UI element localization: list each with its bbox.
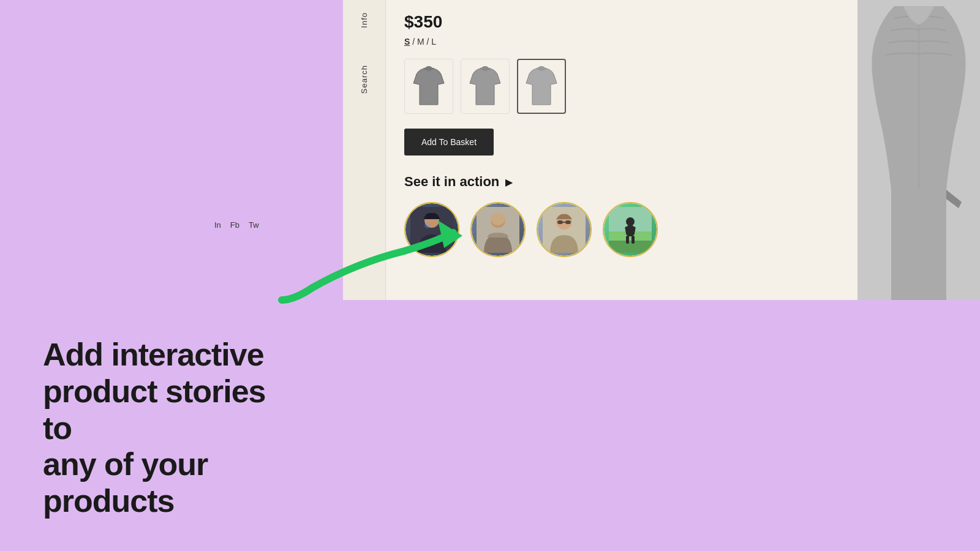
thumb-1[interactable] xyxy=(404,59,453,114)
social-in[interactable]: In xyxy=(214,220,221,230)
svg-point-0 xyxy=(425,66,432,71)
jacket-display xyxy=(858,0,980,300)
thumb-img-1 xyxy=(405,59,453,113)
svg-rect-20 xyxy=(626,236,629,244)
green-arrow xyxy=(233,202,466,315)
headline: Add interactive product stories to any o… xyxy=(43,337,300,520)
sidebar-info[interactable]: Info xyxy=(360,12,369,28)
page-wrapper: Info Search $350 S / M / L xyxy=(0,0,980,551)
size-s[interactable]: S xyxy=(404,37,410,47)
svg-point-2 xyxy=(538,66,545,71)
story-circle-3[interactable] xyxy=(537,202,592,257)
story-circle-4[interactable] xyxy=(603,202,658,257)
headline-line1: Add interactive xyxy=(43,337,264,372)
size-separator: / xyxy=(412,37,417,47)
svg-rect-11 xyxy=(565,220,571,224)
play-icon: ▶ xyxy=(505,176,513,188)
thumb-img-2 xyxy=(461,59,509,113)
svg-rect-21 xyxy=(631,236,635,244)
sidebar-search[interactable]: Search xyxy=(360,65,369,94)
thumb-3[interactable] xyxy=(517,59,566,114)
svg-rect-14 xyxy=(609,241,652,253)
svg-point-16 xyxy=(626,217,635,226)
thumb-2[interactable] xyxy=(461,59,510,114)
svg-rect-10 xyxy=(557,220,563,224)
size-m[interactable]: M xyxy=(417,37,424,47)
bottom-text: Add interactive product stories to any o… xyxy=(0,300,343,551)
thumb-img-3 xyxy=(518,60,565,113)
headline-line3: any of your products xyxy=(43,446,208,519)
size-l[interactable]: L xyxy=(431,37,436,47)
headline-line2: product stories to xyxy=(43,373,266,446)
story-circle-2[interactable] xyxy=(470,202,526,257)
svg-point-1 xyxy=(481,66,489,71)
story-circle-inner-2 xyxy=(472,203,524,256)
story-circle-inner-3 xyxy=(538,203,590,256)
story-circle-inner-4 xyxy=(604,203,657,256)
see-in-action-text: See it in action xyxy=(404,174,499,190)
add-to-basket-button[interactable]: Add To Basket xyxy=(404,129,494,156)
jacket-area xyxy=(858,0,980,300)
